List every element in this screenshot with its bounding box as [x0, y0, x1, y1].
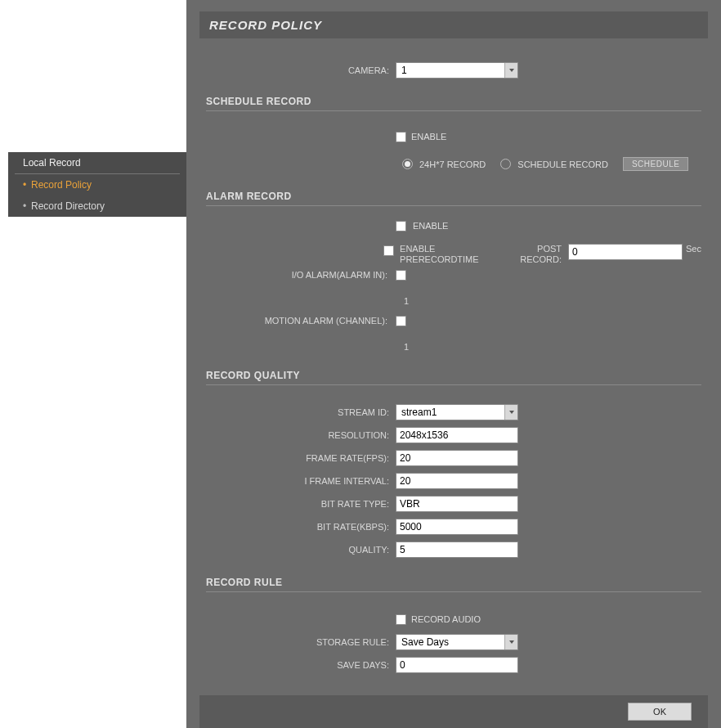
resolution-label: RESOLUTION:: [206, 430, 396, 440]
section-record-quality: RECORD QUALITY: [206, 370, 701, 385]
sidebar: Local Record Record Policy Record Direct…: [8, 152, 186, 217]
record-audio-label: RECORD AUDIO: [411, 614, 481, 624]
frame-rate-label: FRAME RATE(FPS):: [206, 453, 396, 463]
io-alarm-label: I/O ALARM(ALARM IN):: [206, 270, 396, 281]
prerecord-enable-checkbox[interactable]: [383, 245, 393, 256]
chevron-down-icon: [504, 635, 517, 649]
page-title: RECORD POLICY: [199, 11, 708, 38]
schedule-enable-label: ENABLE: [411, 132, 446, 142]
sidebar-item-label: Record Policy: [31, 179, 92, 191]
stream-id-value: stream1: [396, 407, 504, 418]
content: CAMERA: 1 SCHEDULE RECORD ENABLE 24H*7 R…: [186, 38, 721, 674]
resolution-input[interactable]: [396, 427, 518, 443]
bit-rate-type-label: BIT RATE TYPE:: [206, 499, 396, 509]
radio-24h7[interactable]: 24H*7 RECORD: [402, 159, 486, 169]
radio-24h7-label: 24H*7 RECORD: [419, 160, 486, 169]
frame-rate-input[interactable]: [396, 450, 518, 466]
ok-button[interactable]: OK: [628, 703, 692, 721]
schedule-enable-checkbox[interactable]: [396, 132, 406, 142]
save-days-label: SAVE DAYS:: [206, 660, 396, 670]
i-frame-input[interactable]: [396, 473, 518, 489]
chevron-down-icon: [504, 405, 517, 420]
camera-select[interactable]: 1: [396, 62, 518, 79]
stream-id-select[interactable]: stream1: [396, 404, 518, 420]
section-alarm-record: ALARM RECORD: [206, 191, 701, 206]
camera-label: CAMERA:: [206, 65, 396, 75]
motion-alarm-index: 1: [404, 342, 701, 352]
motion-alarm-checkbox[interactable]: [396, 316, 406, 326]
bit-rate-kbps-label: BIT RATE(KBPS):: [206, 522, 396, 532]
schedule-button[interactable]: SCHEDULE: [623, 157, 688, 171]
sidebar-item-label: Record Directory: [31, 200, 105, 212]
quality-input[interactable]: [396, 542, 518, 558]
footer-bar: OK: [199, 695, 708, 728]
postrecord-label: POST RECORD:: [499, 244, 568, 265]
storage-rule-label: STORAGE RULE:: [206, 637, 396, 647]
io-alarm-checkbox[interactable]: [396, 270, 406, 281]
i-frame-label: I FRAME INTERVAL:: [206, 476, 396, 486]
alarm-enable-checkbox[interactable]: [396, 221, 406, 231]
section-record-rule: RECORD RULE: [206, 577, 701, 592]
section-schedule-record: SCHEDULE RECORD: [206, 96, 701, 111]
sidebar-title: Local Record: [15, 152, 180, 174]
prerecord-label: ENABLE PRERECORDTIME: [400, 244, 499, 265]
alarm-enable-label: ENABLE: [413, 221, 448, 231]
radio-schedule-label: SCHEDULE RECORD: [517, 160, 608, 169]
postrecord-input[interactable]: [568, 244, 683, 260]
quality-label: QUALITY:: [206, 545, 396, 555]
radio-icon: [402, 159, 413, 169]
storage-rule-value: Save Days: [396, 636, 504, 648]
seconds-label: Sec: [686, 244, 701, 254]
radio-schedule-record[interactable]: SCHEDULE RECORD: [500, 159, 608, 169]
camera-select-value: 1: [396, 65, 504, 76]
sidebar-item-record-policy[interactable]: Record Policy: [8, 174, 186, 195]
save-days-input[interactable]: [396, 657, 518, 673]
storage-rule-select[interactable]: Save Days: [396, 634, 518, 650]
sidebar-item-record-directory[interactable]: Record Directory: [8, 195, 186, 217]
chevron-down-icon: [504, 63, 517, 78]
stream-id-label: STREAM ID:: [206, 407, 396, 417]
bit-rate-type-input[interactable]: [396, 496, 518, 512]
motion-alarm-label: MOTION ALARM (CHANNEL):: [206, 316, 396, 326]
io-alarm-index: 1: [404, 296, 701, 306]
radio-icon: [500, 159, 511, 169]
record-audio-checkbox[interactable]: [396, 614, 406, 625]
bit-rate-kbps-input[interactable]: [396, 519, 518, 535]
main-panel: RECORD POLICY CAMERA: 1 SCHEDULE RECORD …: [186, 0, 721, 728]
